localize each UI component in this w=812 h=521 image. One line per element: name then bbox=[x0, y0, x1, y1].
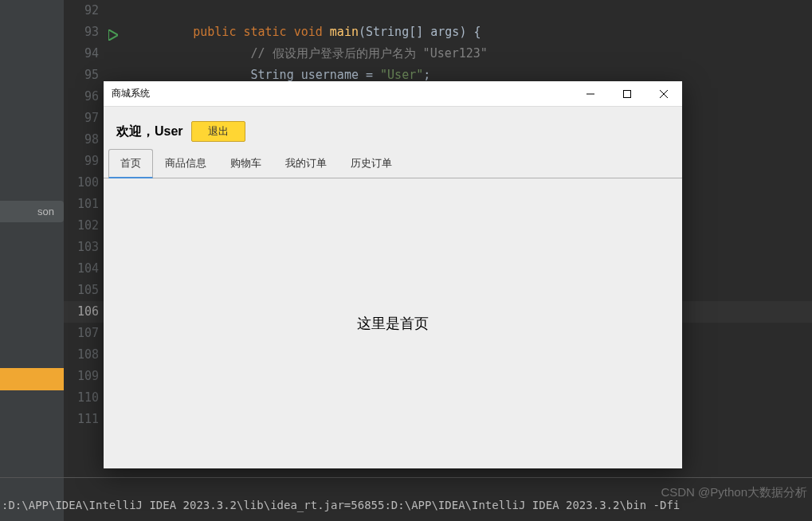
gutter-line[interactable]: 97 bbox=[64, 108, 104, 129]
gutter-line[interactable]: 103 bbox=[64, 237, 104, 258]
separator bbox=[0, 477, 812, 478]
welcome-row: 欢迎，User 退出 bbox=[104, 107, 682, 148]
tab-2[interactable]: 购物车 bbox=[218, 149, 273, 178]
gutter-line[interactable]: 108 bbox=[64, 344, 104, 366]
gutter-line[interactable]: 106 bbox=[64, 301, 104, 323]
close-icon[interactable] bbox=[645, 81, 682, 106]
gutter-line[interactable]: 96 bbox=[64, 86, 104, 108]
tab-bar: 首页商品信息购物车我的订单历史订单 bbox=[104, 148, 682, 178]
gutter-line[interactable]: 109 bbox=[64, 366, 104, 387]
code-line[interactable] bbox=[135, 0, 812, 22]
app-window: 商城系统 欢迎，User 退出 首页商品信息购物车我的订单历史订单 这里是首页 bbox=[104, 81, 682, 468]
window-controls bbox=[572, 81, 682, 106]
gutter-line[interactable]: 100 bbox=[64, 172, 104, 194]
ide-left-sidebar: son bbox=[0, 0, 64, 521]
sidebar-tab-json[interactable]: son bbox=[0, 201, 64, 222]
gutter-line[interactable]: 99 bbox=[64, 151, 104, 172]
tab-content: 这里是首页 bbox=[104, 178, 682, 468]
editor-gutter: 9293949596979899100101102103104105106107… bbox=[64, 0, 104, 521]
gutter-line[interactable]: 92 bbox=[64, 0, 104, 22]
code-line[interactable]: // 假设用户登录后的用户名为 "User123" bbox=[135, 43, 812, 65]
gutter-line[interactable]: 102 bbox=[64, 215, 104, 237]
welcome-text: 欢迎，User bbox=[116, 123, 183, 140]
watermark-text: CSDN @Python大数据分析 bbox=[661, 485, 807, 500]
gutter-line[interactable]: 104 bbox=[64, 258, 104, 280]
gutter-line[interactable]: 110 bbox=[64, 387, 104, 409]
tab-0[interactable]: 首页 bbox=[108, 149, 153, 178]
logout-button[interactable]: 退出 bbox=[191, 121, 245, 142]
tab-1[interactable]: 商品信息 bbox=[153, 149, 218, 178]
gutter-line[interactable]: 94 bbox=[64, 43, 104, 65]
gutter-line[interactable]: 95 bbox=[64, 65, 104, 86]
gutter-line[interactable]: 98 bbox=[64, 129, 104, 151]
svg-rect-2 bbox=[624, 90, 631, 97]
gutter-line[interactable]: 93 bbox=[64, 22, 104, 43]
window-body: 欢迎，User 退出 首页商品信息购物车我的订单历史订单 这里是首页 bbox=[104, 107, 682, 468]
gutter-line[interactable]: 107 bbox=[64, 323, 104, 344]
maximize-icon[interactable] bbox=[609, 81, 645, 106]
sidebar-highlight bbox=[0, 368, 64, 390]
tab-3[interactable]: 我的订单 bbox=[273, 149, 339, 178]
run-output-line: :D:\APP\IDEA\IntelliJ IDEA 2023.3.2\lib\… bbox=[0, 499, 812, 515]
tab-4[interactable]: 历史订单 bbox=[339, 149, 404, 178]
gutter-line[interactable]: 101 bbox=[64, 194, 104, 215]
minimize-icon[interactable] bbox=[572, 81, 609, 106]
window-title: 商城系统 bbox=[112, 87, 150, 100]
code-line[interactable]: public static void main(String[] args) { bbox=[135, 22, 812, 43]
gutter-line[interactable]: 105 bbox=[64, 280, 104, 301]
window-titlebar[interactable]: 商城系统 bbox=[104, 81, 682, 107]
gutter-line[interactable]: 111 bbox=[64, 409, 104, 430]
